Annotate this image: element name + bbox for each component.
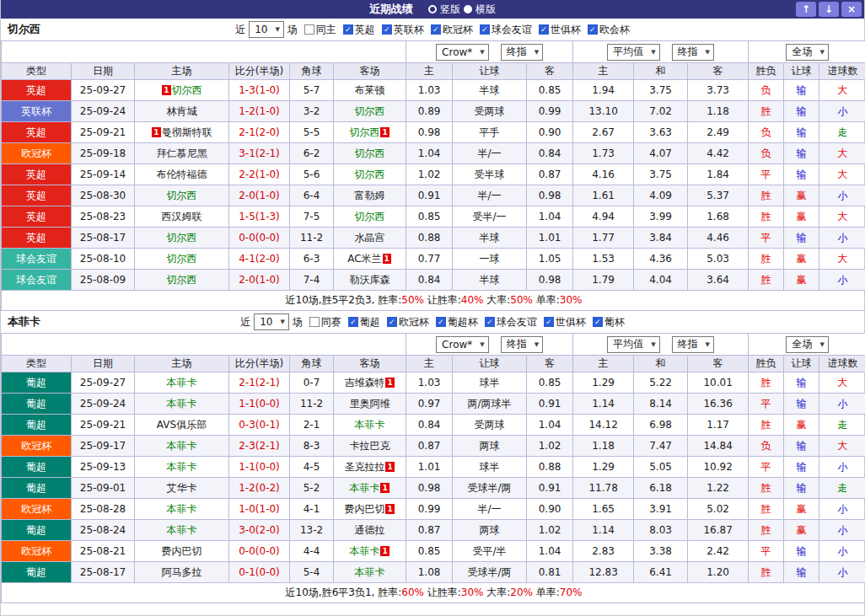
summary-text: 近10场,胜5平2负3, 胜率:50% 让胜率:40% 大率:50% 单率:30… [2, 291, 865, 311]
avg-away-odds-cell: 2.49 [688, 122, 749, 143]
avg-draw-odds-cell: 3.63 [634, 122, 688, 143]
odds-source-select[interactable]: 全场▼ [786, 44, 828, 61]
filter-checkbox-6[interactable]: ✓葡杯 [593, 315, 625, 329]
home-team-cell: 艾华卡 [135, 478, 229, 499]
match-count-select[interactable]: 10▼ [249, 21, 284, 38]
avg-draw-odds-cell: 3.75 [634, 80, 688, 101]
odds-source-select[interactable]: 平均值▼ [607, 44, 659, 61]
checkbox-icon[interactable]: ✓ [343, 24, 353, 35]
goals-result-cell: 大 [819, 80, 865, 101]
league-cell: 葡超 [2, 415, 72, 436]
avg-draw-odds-cell: 4.07 [634, 143, 688, 164]
radio-icon[interactable] [464, 5, 472, 13]
filter-checkbox-0[interactable]: 同主 [304, 23, 336, 37]
filter-checkbox-2[interactable]: ✓欧冠杯 [387, 315, 429, 329]
filter-checkbox-4[interactable]: ✓球会友谊 [480, 23, 532, 37]
handicap-result-cell: 输 [784, 394, 819, 415]
filter-checkbox-4[interactable]: ✓球会友谊 [485, 315, 537, 329]
odds-source-select[interactable]: Crow*▼ [436, 336, 489, 353]
date-cell: 25-09-01 [72, 478, 135, 499]
filter-checkbox-3[interactable]: ✓欧冠杯 [431, 23, 473, 37]
checkbox-label: 世俱杯 [551, 23, 581, 37]
checkbox-icon[interactable]: ✓ [436, 317, 446, 327]
match-row: 欧冠杯25-09-17本菲卡2-3(2-1)8-3卡拉巴克0.87两球1.021… [2, 436, 865, 457]
scroll-up-button[interactable]: ↑ [796, 2, 816, 17]
team-name: 切尔西 [167, 253, 197, 265]
checkbox-icon[interactable] [309, 317, 320, 327]
odds-source-select[interactable]: 终指▼ [501, 336, 543, 353]
handicap-home-odds-cell: 1.02 [406, 164, 453, 185]
avg-away-odds-cell: 14.84 [688, 436, 749, 457]
filter-checkbox-0[interactable]: 同赛 [309, 315, 341, 329]
handicap-result-cell: 输 [784, 436, 819, 457]
red-card-badge: 1 [385, 378, 394, 388]
league-cell: 球会友谊 [2, 270, 72, 291]
corners-cell: 5-7 [290, 80, 334, 101]
odds-source-select[interactable]: 终指▼ [672, 336, 714, 353]
checkbox-icon[interactable]: ✓ [431, 24, 441, 35]
checkbox-icon[interactable]: ✓ [480, 24, 490, 35]
select-value: 平均值 [613, 45, 643, 59]
avg-home-odds-cell: 2.83 [573, 541, 634, 562]
away-team-cell: 本菲卡 [334, 562, 406, 583]
match-row: 英超25-09-271切尔西1-3(1-0)5-7布莱顿1.03半球0.851.… [2, 80, 865, 101]
odds-source-select[interactable]: Crow*▼ [436, 44, 489, 61]
match-row: 欧冠杯25-08-21费内巴切0-0(0-0)4-4本菲卡10.85受平/半1.… [2, 541, 865, 562]
checkbox-icon[interactable]: ✓ [382, 24, 392, 35]
odds-source-select[interactable]: 终指▼ [501, 44, 543, 61]
chevron-down-icon: ▼ [535, 49, 539, 56]
checkbox-label: 英联杯 [394, 23, 424, 37]
handicap-result-cell: 输 [784, 478, 819, 499]
checkbox-icon[interactable]: ✓ [539, 24, 549, 35]
team-name: 本菲卡 [167, 524, 197, 536]
date-cell: 25-08-09 [72, 270, 135, 291]
checkbox-icon[interactable]: ✓ [544, 317, 554, 327]
avg-home-odds-cell: 1.65 [573, 499, 634, 520]
filter-checkbox-2[interactable]: ✓英联杯 [382, 23, 424, 37]
avg-draw-odds-cell: 3.84 [634, 228, 688, 249]
filter-checkbox-5[interactable]: ✓世俱杯 [539, 23, 581, 37]
checkbox-icon[interactable] [304, 24, 314, 35]
layout-radio-option-1[interactable]: 横版 [464, 3, 496, 17]
avg-away-odds-cell: 1.84 [688, 164, 749, 185]
handicap-line-cell: 半/一 [453, 499, 527, 520]
handicap-away-odds-cell: 1.04 [527, 206, 573, 228]
layout-radio-option-0[interactable]: 竖版 [428, 3, 460, 17]
summary-stat-label: 让胜率: [424, 294, 461, 306]
team-name: 切尔西 [167, 274, 197, 286]
filter-checkbox-6[interactable]: ✓欧会杯 [588, 23, 630, 37]
checkbox-icon[interactable]: ✓ [588, 24, 598, 35]
avg-home-odds-cell: 14.12 [573, 415, 634, 436]
column-header: 让球 [784, 356, 819, 372]
dropdown-group: 全场▼ [749, 44, 865, 61]
checkbox-icon[interactable]: ✓ [485, 317, 495, 327]
filter-checkbox-5[interactable]: ✓世俱杯 [544, 315, 586, 329]
filter-checkbox-1[interactable]: ✓葡超 [348, 315, 380, 329]
filter-checkbox-1[interactable]: ✓英超 [343, 23, 375, 37]
match-count-select[interactable]: 10▼ [254, 313, 289, 330]
corners-cell: 6-4 [290, 185, 334, 206]
checkbox-icon[interactable]: ✓ [387, 317, 397, 327]
close-button[interactable]: × [841, 2, 862, 17]
radio-icon[interactable] [428, 5, 437, 13]
result-cell: 胜 [749, 101, 784, 122]
corners-cell: 13-2 [290, 520, 334, 541]
handicap-result-cell: 赢 [784, 270, 819, 291]
select-value: 终指 [507, 45, 527, 59]
chevron-down-icon: ▼ [480, 49, 484, 56]
checkbox-icon[interactable]: ✓ [593, 317, 603, 327]
odds-source-select[interactable]: 终指▼ [672, 44, 714, 61]
filter-checkbox-3[interactable]: ✓葡超杯 [436, 315, 478, 329]
summary-row: 近10场,胜6平3负1, 胜率:60% 让胜率:30% 大率:20% 单率:70… [2, 583, 865, 603]
team-name: 曼彻斯特联 [162, 126, 212, 138]
chevron-down-icon: ▼ [535, 341, 539, 348]
avg-away-odds-cell: 5.02 [688, 499, 749, 520]
scroll-down-button[interactable]: ↓ [819, 2, 839, 17]
odds-source-select[interactable]: 全场▼ [786, 336, 828, 353]
avg-draw-odds-cell: 7.02 [634, 101, 688, 122]
checkbox-icon[interactable]: ✓ [348, 317, 358, 327]
odds-source-select[interactable]: 平均值▼ [607, 336, 659, 353]
corners-cell: 7-5 [290, 206, 334, 228]
avg-draw-odds-cell: 3.99 [634, 206, 688, 228]
red-card-badge: 1 [380, 127, 389, 137]
